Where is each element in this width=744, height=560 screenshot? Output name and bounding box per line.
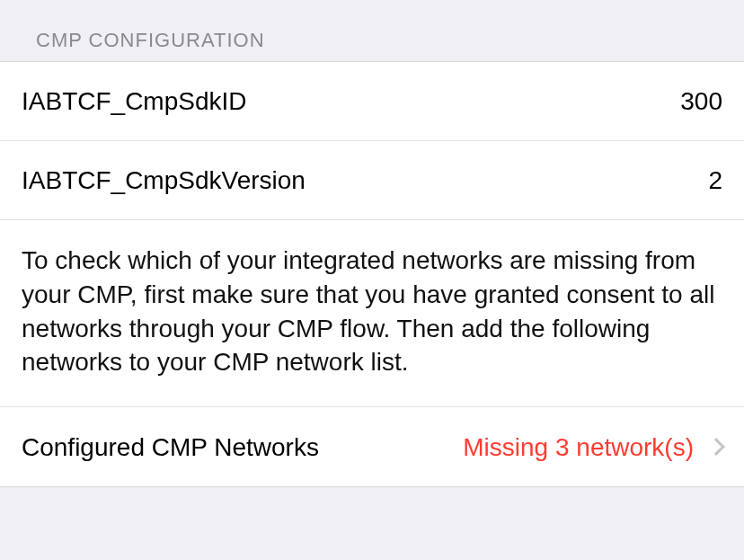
row-label: IABTCF_CmpSdkID (22, 85, 247, 117)
row-status-missing-networks: Missing 3 network(s) (463, 431, 694, 463)
cmp-configuration-list: IABTCF_CmpSdkID 300 IABTCF_CmpSdkVersion… (0, 61, 744, 487)
row-value: 2 (708, 164, 722, 196)
chevron-right-icon (707, 438, 725, 456)
row-right-group: Missing 3 network(s) (463, 431, 722, 463)
row-cmp-description: To check which of your integrated networ… (0, 220, 744, 407)
row-configured-cmp-networks[interactable]: Configured CMP Networks Missing 3 networ… (0, 407, 744, 486)
section-header-cmp-configuration: CMP Configuration (0, 0, 744, 61)
row-label: IABTCF_CmpSdkVersion (22, 164, 306, 196)
row-label: Configured CMP Networks (22, 431, 319, 463)
row-iabtcf-cmp-sdk-id: IABTCF_CmpSdkID 300 (0, 62, 744, 141)
row-iabtcf-cmp-sdk-version: IABTCF_CmpSdkVersion 2 (0, 141, 744, 220)
row-value: 300 (680, 85, 722, 117)
